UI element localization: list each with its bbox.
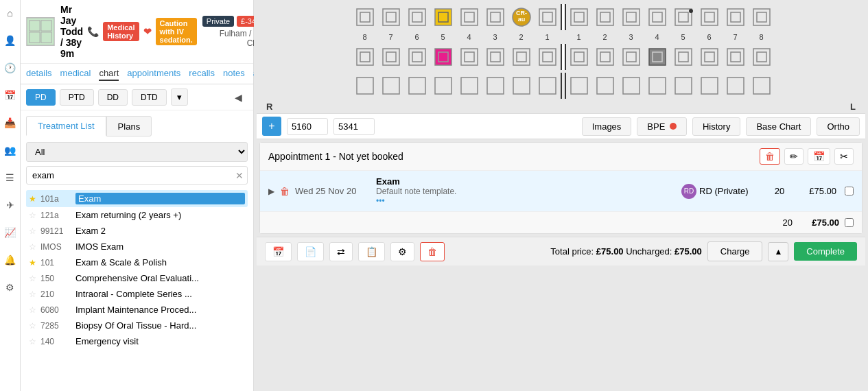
search-clear-button[interactable]: ✕ (235, 170, 244, 181)
sidebar-adduser-icon[interactable]: 👥 (3, 143, 18, 158)
tooth-lr6[interactable] (404, 44, 430, 70)
tooth-ul4[interactable] (644, 4, 670, 30)
chart-tab-dropdown[interactable]: ▾ (171, 88, 188, 106)
sidebar-calendar-icon[interactable]: 📅 (3, 88, 18, 103)
footer-settings-button[interactable]: ⚙ (390, 242, 414, 261)
sidebar-home-icon[interactable]: ⌂ (3, 5, 18, 21)
tooth-ul8[interactable] (749, 4, 775, 30)
tooth-lr1[interactable] (535, 44, 561, 70)
tooth-lr7[interactable] (378, 44, 404, 70)
tooth-ur2[interactable]: CR- au (508, 4, 535, 30)
tab-chart[interactable]: chart (99, 67, 119, 81)
history-button[interactable]: History (692, 117, 740, 136)
tooth-ll5[interactable] (670, 44, 696, 70)
sidebar-list-icon[interactable]: ☰ (3, 170, 18, 185)
list-item[interactable]: ☆ IMOS IMOS Exam (26, 239, 248, 254)
tab-recalls[interactable]: recalls (189, 67, 215, 81)
footer-transfer-button[interactable]: ⇄ (329, 242, 353, 261)
sidebar-chart-icon[interactable]: 📈 (3, 225, 18, 240)
list-item[interactable]: ☆ 7285 Biopsy Of Oral Tissue - Hard... (26, 318, 248, 333)
treatment-checkbox[interactable] (845, 187, 854, 196)
list-item[interactable]: ☆ 6080 Implant Maintenance Proced... (26, 302, 248, 318)
footer-document-button[interactable]: 📄 (297, 242, 324, 261)
list-item[interactable]: ☆ 121a Exam returning (2 years +) (26, 207, 248, 223)
list-item[interactable]: ☆ 150 Comprehensive Oral Evaluati... (26, 270, 248, 286)
plans-tab[interactable]: Plans (106, 116, 152, 137)
tooth-lr8[interactable] (352, 44, 378, 70)
tooth-ll8[interactable] (749, 44, 775, 70)
tooth-ur6[interactable] (404, 4, 430, 30)
tooth-lr3[interactable] (482, 44, 508, 70)
tooth-ur1[interactable] (535, 4, 561, 30)
footer-calendar-button[interactable]: 📅 (265, 242, 292, 261)
list-item[interactable]: ★ 101a Exam (26, 190, 248, 207)
tooth-ul2[interactable] (592, 4, 618, 30)
sidebar-clock-icon[interactable]: 🕐 (3, 60, 18, 75)
svg-marker-75 (461, 78, 478, 94)
tooth-ul7[interactable] (723, 4, 749, 30)
tooth-lr4[interactable] (456, 44, 482, 70)
add-chart-button[interactable]: + (262, 117, 281, 136)
chart-code-input-2[interactable] (333, 118, 375, 135)
footer-delete-button[interactable]: 🗑 (420, 242, 445, 261)
tooth-ur4[interactable] (456, 4, 482, 30)
treatment-filter-select[interactable]: All Active Completed Referred (26, 142, 248, 162)
expand-footer-button[interactable]: ▲ (768, 242, 788, 261)
sidebar-gear-icon[interactable]: ⚙ (3, 280, 18, 295)
dtd-tab-button[interactable]: DTD (132, 89, 167, 106)
tooth-ll6[interactable] (696, 44, 723, 70)
sidebar-patients-icon[interactable]: 👤 (3, 33, 18, 48)
dd-tab-button[interactable]: DD (98, 89, 128, 106)
tooth-ll3[interactable] (618, 44, 644, 70)
tooth-ll2[interactable] (592, 44, 618, 70)
tooth-ll7[interactable] (723, 44, 749, 70)
ortho-button[interactable]: Ortho (817, 117, 860, 136)
tooth-ul6[interactable] (696, 4, 723, 30)
treatment-search-input[interactable] (26, 166, 248, 185)
tooth-ll4[interactable] (644, 44, 670, 70)
totals-checkbox[interactable] (845, 218, 854, 227)
medical-history-badge[interactable]: Medical History (103, 22, 139, 41)
tooth-lr2[interactable] (508, 44, 535, 70)
caution-badge[interactable]: Caution with IV sedation. (156, 18, 197, 45)
tooth-ul3[interactable] (618, 4, 644, 30)
treatment-list-tab[interactable]: Treatment List (26, 116, 106, 137)
tooth-ur7[interactable] (378, 4, 404, 30)
sidebar-inbox-icon[interactable]: 📥 (3, 115, 18, 130)
tooth-ur5[interactable] (430, 4, 456, 30)
bpe-button[interactable]: BPE (637, 117, 687, 136)
ptd-tab-button[interactable]: PTD (60, 89, 94, 106)
scissors-appointment-button[interactable]: ✂ (834, 148, 854, 165)
base-chart-button[interactable]: Base Chart (746, 117, 811, 136)
tooth-ur3[interactable] (482, 4, 508, 30)
list-item[interactable]: ☆ 99121 Exam 2 (26, 223, 248, 239)
collapse-panel-button[interactable]: ◀ (229, 89, 248, 106)
list-item[interactable]: ★ 101 Exam & Scale & Polish (26, 254, 248, 270)
tooth-ur8[interactable] (352, 4, 378, 30)
tooth-ul5[interactable] (670, 4, 696, 30)
pd-tab-button[interactable]: PD (26, 89, 56, 106)
list-item[interactable]: ☆ 210 Intraoral - Complete Series ... (26, 286, 248, 302)
tooth-ul1[interactable] (566, 4, 592, 30)
images-button[interactable]: Images (582, 117, 632, 136)
sidebar-send-icon[interactable]: ✈ (3, 198, 18, 213)
sidebar-bell-icon[interactable]: 🔔 (3, 252, 18, 268)
tab-appointments[interactable]: appointments (127, 67, 180, 81)
footer-copy-button[interactable]: 📋 (358, 242, 385, 261)
delete-appointment-button[interactable]: 🗑 (760, 148, 780, 165)
tab-notes[interactable]: notes (223, 67, 245, 81)
complete-button[interactable]: Complete (794, 242, 857, 261)
expand-treatment-button[interactable]: ▶ (268, 187, 274, 196)
tab-medical[interactable]: medical (60, 67, 91, 81)
treatment-more-button[interactable]: ••• (376, 196, 676, 206)
tooth-lr5[interactable] (430, 44, 456, 70)
edit-appointment-button[interactable]: ✏ (784, 148, 804, 165)
charge-button[interactable]: Charge (707, 241, 763, 261)
svg-marker-25 (600, 12, 610, 22)
tooth-ll1[interactable] (566, 44, 592, 70)
tab-details[interactable]: details (26, 67, 52, 81)
delete-treatment-button[interactable]: 🗑 (280, 186, 290, 197)
chart-code-input-1[interactable] (287, 118, 328, 135)
calendar-appointment-button[interactable]: 📅 (808, 148, 830, 165)
list-item[interactable]: ☆ 140 Emergency visit (26, 333, 248, 349)
